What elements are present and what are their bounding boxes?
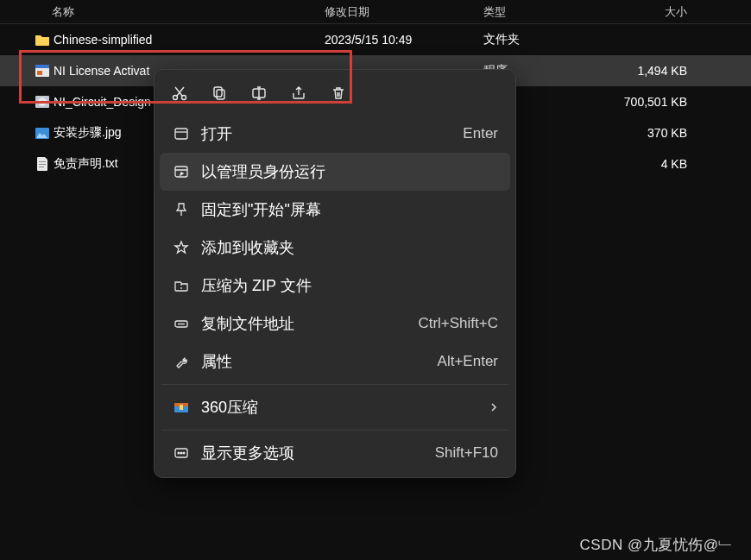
menu-shortcut: Alt+Enter: [438, 353, 498, 370]
menu-separator: [161, 384, 508, 385]
menu-label: 复制文件地址: [201, 313, 418, 334]
menu-run-as-admin[interactable]: 以管理员身份运行: [160, 153, 510, 191]
svg-rect-9: [39, 167, 44, 167]
svg-rect-7: [39, 161, 46, 162]
column-header-row: 名称 修改日期 类型 大小: [0, 0, 751, 24]
image-icon: [35, 125, 50, 141]
chevron-right-icon: [489, 401, 498, 413]
pin-icon: [172, 202, 191, 217]
file-name: NI License Activat: [54, 64, 149, 78]
svg-point-11: [182, 96, 186, 100]
svg-point-22: [178, 452, 180, 454]
file-name: Chinese-simplified: [54, 33, 152, 47]
menu-compress-zip[interactable]: 压缩为 ZIP 文件: [160, 267, 510, 305]
menu-copy-path[interactable]: 复制文件地址 Ctrl+Shift+C: [160, 305, 510, 343]
menu-label: 以管理员身份运行: [201, 161, 498, 182]
menu-open[interactable]: 打开 Enter: [160, 115, 510, 153]
menu-label: 添加到收藏夹: [201, 237, 498, 258]
menu-add-favorite[interactable]: 添加到收藏夹: [160, 229, 510, 267]
menu-separator: [161, 430, 508, 431]
rename-icon[interactable]: [241, 77, 277, 110]
folder-icon: [35, 32, 50, 47]
exe-icon: [35, 63, 50, 79]
wrench-icon: [172, 354, 191, 369]
svg-rect-15: [175, 129, 187, 139]
col-name[interactable]: 名称: [52, 4, 74, 20]
col-type[interactable]: 类型: [483, 4, 506, 20]
svg-rect-20: [180, 405, 183, 410]
share-icon[interactable]: [281, 77, 317, 110]
file-size: 700,501 KB: [624, 95, 687, 109]
context-menu: 打开 Enter 以管理员身份运行 固定到"开始"屏幕 添加到收藏夹 压缩为 Z…: [154, 69, 516, 478]
svg-rect-13: [217, 90, 224, 99]
menu-shortcut: Enter: [463, 125, 498, 142]
svg-point-10: [174, 96, 178, 100]
file-size: 4 KB: [661, 157, 687, 171]
star-icon: [172, 240, 191, 255]
svg-point-23: [180, 452, 182, 454]
col-size[interactable]: 大小: [665, 4, 687, 20]
more-icon: [172, 445, 191, 461]
context-toolbar: [160, 75, 510, 115]
col-date[interactable]: 修改日期: [325, 4, 369, 20]
svg-rect-12: [214, 87, 222, 97]
table-row[interactable]: Chinese-simplified 2023/5/15 10:49 文件夹: [0, 24, 751, 55]
file-size: 1,494 KB: [637, 64, 687, 78]
watermark: CSDN @九夏忧伤@﹂: [580, 535, 734, 555]
menu-label: 固定到"开始"屏幕: [201, 199, 498, 220]
shield-icon: [172, 164, 191, 179]
menu-360zip[interactable]: 360压缩: [160, 388, 510, 426]
open-icon: [172, 126, 191, 142]
path-icon: [172, 316, 191, 331]
menu-label: 属性: [201, 351, 438, 372]
archive-icon: [172, 400, 191, 414]
menu-pin-start[interactable]: 固定到"开始"屏幕: [160, 191, 510, 229]
file-type: 文件夹: [483, 32, 520, 47]
delete-icon[interactable]: [320, 77, 357, 110]
file-date: 2023/5/15 10:49: [325, 33, 412, 47]
menu-label: 打开: [201, 123, 463, 144]
file-size: 370 KB: [647, 126, 687, 140]
disk-image-icon: [35, 94, 50, 110]
copy-icon[interactable]: [201, 77, 237, 110]
menu-label: 显示更多选项: [201, 443, 435, 463]
file-name: 安装步骤.jpg: [54, 125, 122, 141]
svg-rect-8: [39, 164, 46, 165]
cut-icon[interactable]: [161, 77, 198, 110]
menu-shortcut: Shift+F10: [435, 444, 498, 462]
menu-shortcut: Ctrl+Shift+C: [418, 315, 498, 332]
svg-rect-16: [175, 167, 187, 177]
text-file-icon: [35, 156, 50, 172]
menu-properties[interactable]: 属性 Alt+Enter: [160, 343, 510, 381]
file-name: 免责声明.txt: [54, 156, 118, 172]
svg-point-24: [183, 452, 185, 454]
svg-rect-1: [35, 65, 49, 68]
file-name: NI_Circuit_Design: [54, 95, 151, 109]
svg-point-5: [41, 101, 44, 104]
menu-label: 360压缩: [201, 397, 489, 418]
menu-show-more[interactable]: 显示更多选项 Shift+F10: [160, 434, 510, 472]
zip-icon: [172, 278, 191, 293]
menu-label: 压缩为 ZIP 文件: [201, 275, 498, 296]
svg-rect-2: [37, 71, 42, 75]
